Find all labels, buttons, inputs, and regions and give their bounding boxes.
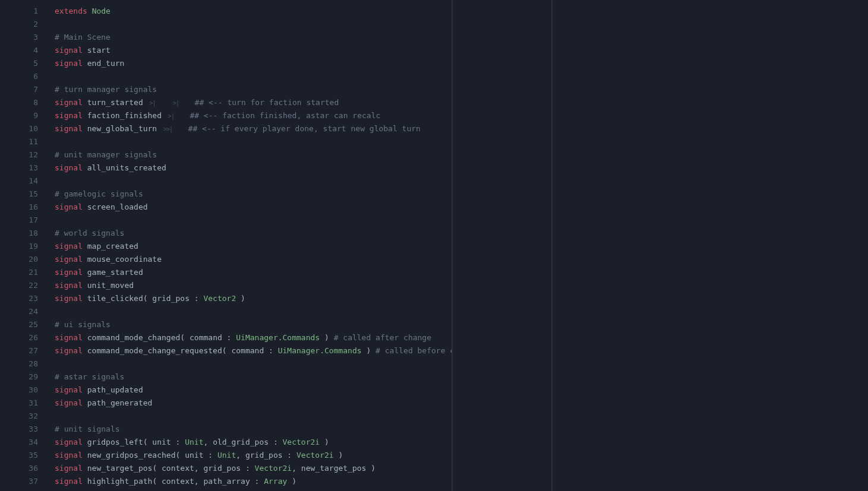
code-line[interactable]: signal unit_moved xyxy=(55,279,452,292)
code-token: ( command : xyxy=(180,333,236,342)
code-line[interactable]: signal new_gridpos_reached( unit : Unit,… xyxy=(55,449,452,462)
code-line[interactable]: signal tile_clicked( grid_pos : Vector2 … xyxy=(55,292,452,305)
line-number[interactable]: 28 xyxy=(0,357,38,370)
line-number[interactable]: 15 xyxy=(0,188,38,201)
code-token: # gamelogic signals xyxy=(55,189,143,198)
code-editor[interactable]: 1234567891011121314151617181920212223242… xyxy=(0,0,452,491)
code-token: signal xyxy=(55,438,83,446)
code-line[interactable]: signal command_mode_change_requested( co… xyxy=(55,344,452,357)
code-token: Vector2i xyxy=(255,464,292,473)
line-number[interactable]: 26 xyxy=(0,331,38,344)
code-token: extends xyxy=(55,7,87,15)
code-line[interactable]: # astar signals xyxy=(55,370,452,384)
code-line[interactable]: # world signals xyxy=(55,227,452,240)
line-number[interactable]: 17 xyxy=(0,214,38,227)
code-content[interactable]: extends Node # Main Scenesignal startsig… xyxy=(46,0,452,491)
code-line[interactable]: signal mouse_coordinate xyxy=(55,253,452,266)
code-line[interactable]: signal game_started xyxy=(55,266,452,279)
code-line[interactable]: # ui signals xyxy=(55,318,452,331)
line-number[interactable]: 20 xyxy=(0,253,38,266)
code-line[interactable] xyxy=(55,214,452,227)
code-token: ) xyxy=(320,438,329,446)
code-line[interactable]: # turn manager signals xyxy=(55,83,452,96)
line-number[interactable]: 23 xyxy=(0,292,38,305)
code-line[interactable]: signal highlight_path( context, path_arr… xyxy=(55,475,452,488)
code-line[interactable]: signal start xyxy=(55,44,452,57)
code-token: signal xyxy=(55,98,83,107)
line-number[interactable]: 12 xyxy=(0,148,38,161)
code-token: turn_started xyxy=(87,98,143,107)
line-number[interactable]: 36 xyxy=(0,462,38,475)
line-number[interactable]: 14 xyxy=(0,175,38,188)
code-line[interactable]: signal end_turn xyxy=(55,57,452,70)
code-line[interactable]: signal screen_loaded xyxy=(55,201,452,214)
code-line[interactable]: signal map_created xyxy=(55,240,452,253)
code-token: Unit xyxy=(217,451,236,460)
code-line[interactable] xyxy=(55,135,452,148)
code-line[interactable] xyxy=(55,357,452,370)
line-number[interactable]: 6 xyxy=(0,70,38,83)
code-line[interactable]: signal path_updated xyxy=(55,384,452,397)
line-number[interactable]: 27 xyxy=(0,344,38,357)
code-token xyxy=(143,98,148,107)
code-token: ) xyxy=(236,294,245,303)
line-number[interactable]: 10 xyxy=(0,122,38,135)
code-token: . xyxy=(320,346,324,355)
code-token xyxy=(83,111,87,120)
line-number[interactable]: 16 xyxy=(0,201,38,214)
line-number[interactable]: 31 xyxy=(0,397,38,410)
line-number-gutter[interactable]: 1234567891011121314151617181920212223242… xyxy=(0,0,46,491)
line-number[interactable]: 29 xyxy=(0,370,38,384)
code-line[interactable]: # Main Scene xyxy=(55,31,452,44)
code-line[interactable] xyxy=(55,18,452,31)
code-line[interactable]: signal new_target_pos( context, grid_pos… xyxy=(55,462,452,475)
code-token xyxy=(83,346,87,355)
code-line[interactable]: signal command_mode_changed( command : U… xyxy=(55,331,452,344)
line-number[interactable]: 19 xyxy=(0,240,38,253)
code-line[interactable] xyxy=(55,410,452,423)
code-token: ( unit : xyxy=(176,451,217,460)
line-number[interactable]: 3 xyxy=(0,31,38,44)
code-token: , old_grid_pos : xyxy=(203,438,282,446)
line-number[interactable]: 24 xyxy=(0,305,38,318)
code-token: ( unit : xyxy=(143,438,185,446)
code-line[interactable]: # gamelogic signals xyxy=(55,188,452,201)
line-number[interactable]: 18 xyxy=(0,227,38,240)
line-number[interactable]: 5 xyxy=(0,57,38,70)
line-number[interactable]: 30 xyxy=(0,384,38,397)
line-number[interactable]: 7 xyxy=(0,83,38,96)
code-line[interactable]: signal faction_finished >| ## <-- factio… xyxy=(55,109,452,122)
code-token: signal xyxy=(55,385,83,394)
line-number[interactable]: 11 xyxy=(0,135,38,148)
code-line[interactable]: extends Node xyxy=(55,5,452,18)
code-token: signal xyxy=(55,268,83,277)
line-number[interactable]: 25 xyxy=(0,318,38,331)
line-number[interactable]: 33 xyxy=(0,423,38,436)
code-line[interactable]: # unit manager signals xyxy=(55,148,452,161)
line-number[interactable]: 34 xyxy=(0,436,38,449)
line-number[interactable]: 13 xyxy=(0,161,38,175)
code-line[interactable]: signal turn_started >| >| ## <-- turn fo… xyxy=(55,96,452,109)
code-token: gridpos_left xyxy=(87,438,143,446)
code-line[interactable]: signal gridpos_left( unit : Unit, old_gr… xyxy=(55,436,452,449)
code-line[interactable] xyxy=(55,175,452,188)
line-number[interactable]: 1 xyxy=(0,5,38,18)
line-number[interactable]: 4 xyxy=(0,44,38,57)
line-number[interactable]: 8 xyxy=(0,96,38,109)
code-line[interactable]: signal new_global_turn >>| ## <-- if eve… xyxy=(55,122,452,135)
line-number[interactable]: 32 xyxy=(0,410,38,423)
line-number[interactable]: 37 xyxy=(0,475,38,488)
code-token xyxy=(83,438,87,446)
code-token xyxy=(83,242,87,251)
code-token: faction_finished xyxy=(87,111,162,120)
code-line[interactable] xyxy=(55,305,452,318)
line-number[interactable]: 35 xyxy=(0,449,38,462)
code-line[interactable]: signal path_generated xyxy=(55,397,452,410)
line-number[interactable]: 2 xyxy=(0,18,38,31)
code-line[interactable]: # unit signals xyxy=(55,423,452,436)
line-number[interactable]: 21 xyxy=(0,266,38,279)
line-number[interactable]: 9 xyxy=(0,109,38,122)
code-line[interactable]: signal all_units_created xyxy=(55,161,452,175)
code-line[interactable] xyxy=(55,70,452,83)
line-number[interactable]: 22 xyxy=(0,279,38,292)
